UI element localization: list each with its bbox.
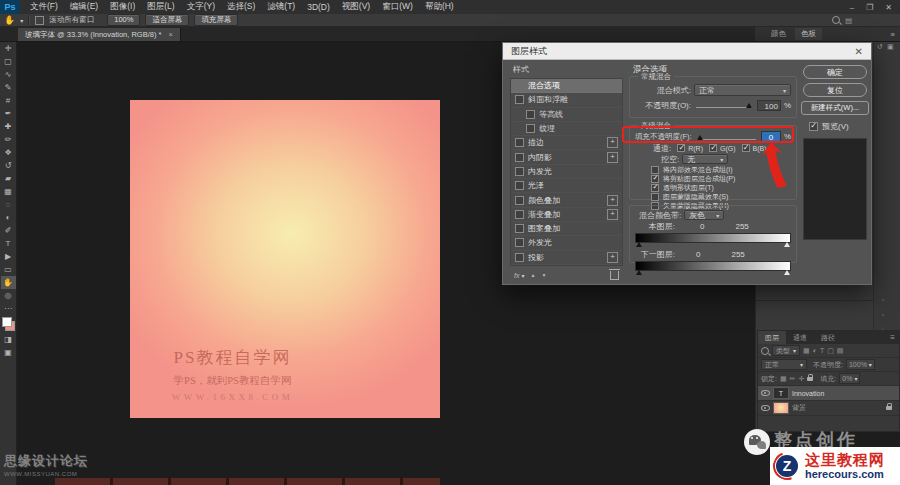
style-checkbox[interactable] bbox=[515, 224, 524, 233]
dock-panel-icon-1[interactable]: ▫ bbox=[882, 297, 884, 303]
swatches-panel-tab[interactable]: 色板 bbox=[795, 28, 822, 40]
style-checkbox[interactable] bbox=[515, 95, 524, 104]
underlying-layer-gradient-bar[interactable] bbox=[635, 261, 791, 271]
maximize-button[interactable]: ❐ bbox=[866, 3, 873, 12]
fx-caret-icon[interactable]: ▾ bbox=[521, 272, 524, 279]
layer-thumbnail[interactable] bbox=[773, 402, 789, 414]
menu-file[interactable]: 文件(F) bbox=[24, 1, 64, 13]
dialog-title-bar[interactable]: 图层样式 ✕ bbox=[503, 43, 871, 60]
panel-menu-icon[interactable]: ≡ bbox=[891, 30, 900, 39]
duplicate-effect-plus-icon[interactable]: + bbox=[607, 195, 618, 206]
this-layer-white-marker[interactable] bbox=[784, 242, 790, 247]
knockout-dropdown[interactable]: 无 ▾ bbox=[682, 154, 728, 164]
lock-all-icon[interactable] bbox=[807, 377, 813, 381]
menu-layer[interactable]: 图层(L) bbox=[141, 1, 180, 13]
style-satin[interactable]: 光泽 + bbox=[511, 179, 622, 193]
this-layer-black-marker[interactable] bbox=[636, 242, 642, 247]
duplicate-effect-plus-icon[interactable]: + bbox=[607, 137, 618, 148]
path-selection-tool-icon[interactable]: ▶ bbox=[1, 250, 16, 263]
ok-button[interactable]: 确定 bbox=[803, 65, 867, 79]
dodge-tool-icon[interactable]: ◐ bbox=[1, 211, 16, 224]
layer-name[interactable]: 背景 bbox=[792, 403, 806, 413]
history-brush-tool-icon[interactable]: ↺ bbox=[1, 159, 16, 172]
opacity-value[interactable]: 100 bbox=[757, 100, 781, 111]
layer-row[interactable]: 背景 bbox=[758, 401, 899, 416]
gradient-tool-icon[interactable]: ▦ bbox=[1, 185, 16, 198]
style-gradient-overlay[interactable]: 渐变叠加 + bbox=[511, 208, 622, 222]
pen-tool-icon[interactable]: ✐ bbox=[1, 224, 16, 237]
layer-search-icon[interactable] bbox=[761, 347, 769, 355]
menu-filter[interactable]: 滤镜(T) bbox=[261, 1, 301, 13]
screen-mode-icon[interactable]: ▣ bbox=[1, 346, 16, 359]
channel-g-checkbox[interactable] bbox=[709, 144, 717, 152]
marquee-tool-icon[interactable]: ▢ bbox=[1, 55, 16, 68]
new-style-button[interactable]: 新建样式(W)... bbox=[801, 101, 869, 115]
channel-r-checkbox[interactable] bbox=[677, 144, 685, 152]
style-checkbox[interactable] bbox=[526, 110, 535, 119]
blur-tool-icon[interactable]: ◌ bbox=[1, 198, 16, 211]
lock-pixels-icon[interactable]: ✏ bbox=[790, 375, 796, 383]
fill-opacity-slider-marker[interactable] bbox=[697, 135, 703, 140]
opacity-slider-marker[interactable] bbox=[746, 103, 752, 108]
blend-interior-checkbox[interactable]: 将内部效果混合成组(I) bbox=[635, 166, 791, 174]
layer-opacity-value[interactable]: 100% ▾ bbox=[846, 359, 875, 370]
lock-position-icon[interactable]: ✛ bbox=[798, 375, 804, 383]
color-panel-tab[interactable]: 颜色 bbox=[765, 28, 792, 40]
dock-panel-icon-2[interactable]: ▫ bbox=[882, 312, 884, 318]
quick-selection-tool-icon[interactable]: ✎ bbox=[1, 81, 16, 94]
fill-screen-button[interactable]: 填充屏幕 bbox=[194, 14, 238, 26]
channel-b-checkbox[interactable] bbox=[742, 144, 750, 152]
style-contour[interactable]: 等高线 + bbox=[511, 108, 622, 122]
lasso-tool-icon[interactable]: ∿ bbox=[1, 68, 16, 81]
document-canvas[interactable]: PS教程自学网 学PS，就到PS教程自学网 WWW.16XX8.COM bbox=[130, 100, 440, 418]
layer-visibility-eye-icon[interactable] bbox=[761, 390, 770, 396]
duplicate-effect-plus-icon[interactable]: + bbox=[607, 252, 618, 263]
layers-panel-menu-icon[interactable]: ≡ bbox=[890, 333, 899, 342]
filter-pixel-layers-icon[interactable]: ▦ bbox=[803, 347, 810, 355]
document-tab[interactable]: 玻璃字体 @ 33.3% (Innovation, RGB/8) * × bbox=[18, 28, 181, 41]
eyedropper-tool-icon[interactable]: ✒ bbox=[1, 107, 16, 120]
more-tools-icon[interactable]: ⋯ bbox=[1, 302, 16, 315]
style-checkbox[interactable] bbox=[515, 138, 524, 147]
brush-tool-icon[interactable]: ✏ bbox=[1, 133, 16, 146]
shape-tool-icon[interactable]: ▭ bbox=[1, 263, 16, 276]
zoom-tool-icon[interactable]: ◎ bbox=[1, 289, 16, 302]
underlying-layer-white-marker[interactable] bbox=[784, 270, 790, 275]
healing-brush-tool-icon[interactable]: ✚ bbox=[1, 120, 16, 133]
duplicate-effect-plus-icon[interactable]: + bbox=[607, 152, 618, 163]
transparency-shapes-checkbox[interactable]: 透明形状图层(T) bbox=[635, 184, 791, 192]
search-icon[interactable] bbox=[832, 16, 840, 24]
style-texture[interactable]: 纹理 + bbox=[511, 122, 622, 136]
style-checkbox[interactable] bbox=[515, 210, 524, 219]
blend-mode-dropdown[interactable]: 正常 ▾ bbox=[694, 84, 791, 96]
layer-fill-value[interactable]: 0% ▾ bbox=[839, 373, 860, 384]
menu-view[interactable]: 视图(V) bbox=[336, 1, 376, 13]
delete-effect-trash-icon[interactable] bbox=[610, 271, 619, 280]
menu-image[interactable]: 图像(I) bbox=[104, 1, 141, 13]
move-effect-down-icon[interactable]: ▼ bbox=[541, 272, 546, 278]
minimize-button[interactable]: – bbox=[850, 3, 854, 12]
zoom-100-button[interactable]: 100% bbox=[107, 14, 140, 26]
style-checkbox[interactable] bbox=[515, 238, 524, 247]
workspace-icon[interactable]: ▤ bbox=[845, 16, 852, 25]
style-bevel-emboss[interactable]: 斜面和浮雕 + bbox=[511, 93, 622, 107]
type-tool-icon[interactable]: T bbox=[1, 237, 16, 250]
quick-mask-icon[interactable]: ◨ bbox=[1, 333, 16, 346]
menu-3d[interactable]: 3D(D) bbox=[301, 2, 336, 12]
checkbox-icon[interactable] bbox=[651, 175, 659, 183]
filter-type-icon[interactable]: T bbox=[820, 347, 824, 354]
menu-window[interactable]: 窗口(W) bbox=[376, 1, 419, 13]
history-panel-icon[interactable]: ↺ bbox=[877, 43, 883, 51]
blend-clipped-checkbox[interactable]: 将剪贴图层混合成组(P) bbox=[635, 175, 791, 183]
style-pattern-overlay[interactable]: 图案叠加 + bbox=[511, 222, 622, 236]
reset-button[interactable]: 复位 bbox=[803, 83, 867, 97]
menu-select[interactable]: 选择(S) bbox=[221, 1, 261, 13]
style-inner-glow[interactable]: 内发光 + bbox=[511, 165, 622, 179]
close-button[interactable]: ✕ bbox=[885, 3, 892, 12]
style-inner-shadow[interactable]: 内阴影 + bbox=[511, 150, 622, 164]
eraser-tool-icon[interactable]: ▰ bbox=[1, 172, 16, 185]
tab-layers[interactable]: 图层 bbox=[758, 331, 786, 344]
underlying-layer-black-marker[interactable] bbox=[636, 270, 642, 275]
layer-row[interactable]: T Innovation bbox=[758, 386, 899, 401]
style-drop-shadow[interactable]: 投影 + bbox=[511, 251, 622, 265]
